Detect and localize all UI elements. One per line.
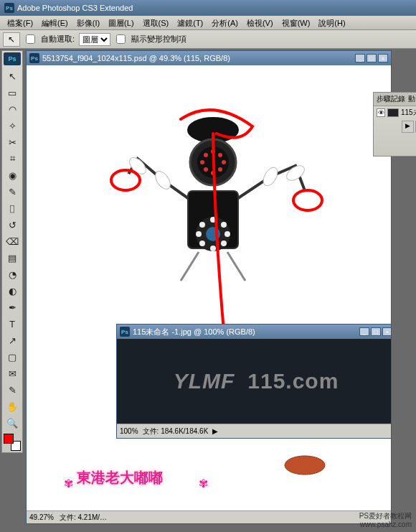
svg-point-9 bbox=[204, 167, 208, 172]
svg-point-15 bbox=[221, 222, 227, 228]
panel-play-button[interactable]: ▶ bbox=[402, 121, 414, 133]
svg-point-24 bbox=[260, 165, 280, 188]
panel-tab-history[interactable]: 步驟記錄 bbox=[377, 94, 405, 104]
stamp-tool[interactable]: ⌷ bbox=[4, 200, 21, 216]
logo-left: YLMF bbox=[174, 369, 235, 393]
subdoc-icon: Ps bbox=[120, 327, 130, 337]
doc-icon: Ps bbox=[29, 53, 39, 63]
svg-point-8 bbox=[211, 171, 215, 175]
svg-point-29 bbox=[293, 190, 322, 210]
sub-minimize-button[interactable]: _ bbox=[359, 327, 369, 336]
wand-tool[interactable]: ✧ bbox=[4, 118, 21, 134]
logo-right: 115.com bbox=[247, 369, 339, 393]
history-label: 115未 bbox=[401, 108, 416, 118]
history-brush-tool[interactable]: ↺ bbox=[4, 217, 21, 233]
notes-tool[interactable]: ✉ bbox=[4, 365, 21, 381]
mouse-artwork bbox=[283, 454, 326, 476]
svg-point-6 bbox=[222, 160, 226, 164]
toolbox: Ps ↖ ▭ ◠ ✧ ✂ ⌗ ◉ ✎ ⌷ ↺ ⌫ ▤ ◔ ◐ ✒ T ↗ ▢ ✉… bbox=[1, 50, 23, 453]
svg-point-27 bbox=[301, 191, 315, 205]
visibility-icon[interactable]: 👁 bbox=[377, 108, 385, 117]
show-transform-label: 顯示變形控制項 bbox=[131, 34, 186, 45]
svg-point-21 bbox=[199, 222, 205, 228]
footer-line2: www.psahz.com bbox=[359, 521, 412, 529]
color-swatches[interactable] bbox=[4, 434, 21, 451]
svg-point-13 bbox=[206, 227, 220, 241]
dodge-tool[interactable]: ◐ bbox=[4, 283, 21, 299]
watermark-deco-left: ✾ bbox=[64, 477, 73, 490]
gradient-tool[interactable]: ▤ bbox=[4, 250, 21, 266]
menu-select[interactable]: 選取(S) bbox=[138, 16, 174, 29]
app-badge: Ps bbox=[4, 3, 14, 13]
watermark-deco-right: ✾ bbox=[199, 477, 208, 490]
menu-help[interactable]: 說明(H) bbox=[314, 16, 349, 29]
menu-filter[interactable]: 濾鏡(T) bbox=[173, 16, 207, 29]
shape-tool[interactable]: ▢ bbox=[4, 349, 21, 365]
svg-point-20 bbox=[196, 231, 202, 237]
menu-window[interactable]: 視窗(W) bbox=[278, 16, 315, 29]
move-tool[interactable]: ↖ bbox=[4, 68, 21, 84]
footer-watermark: PS爱好者教程网 www.psahz.com bbox=[359, 512, 412, 529]
sub-status-arrow-icon[interactable]: ▶ bbox=[212, 427, 218, 435]
sub-document-titlebar[interactable]: Ps 115未命名 -1.jpg @ 100% (RGB/8) _ □ × bbox=[117, 325, 391, 339]
maximize-button[interactable]: □ bbox=[367, 54, 377, 62]
svg-point-22 bbox=[152, 169, 173, 192]
current-tool-indicator[interactable]: ↖ bbox=[3, 32, 20, 47]
svg-point-12 bbox=[196, 217, 230, 251]
sub-status-bar: 100% 文件: 184.6K/184.6K ▶ bbox=[117, 424, 391, 438]
brush-tool[interactable]: ✎ bbox=[4, 184, 21, 200]
svg-point-19 bbox=[199, 241, 205, 246]
svg-point-3 bbox=[204, 153, 208, 157]
pen-tool[interactable]: ✒ bbox=[4, 299, 21, 315]
zoom-level[interactable]: 49.27% bbox=[29, 513, 54, 521]
menu-view[interactable]: 檢視(V) bbox=[242, 16, 278, 29]
menu-analysis[interactable]: 分析(A) bbox=[207, 16, 242, 29]
menu-file[interactable]: 檔案(F) bbox=[3, 16, 37, 29]
svg-point-30 bbox=[285, 456, 325, 475]
menu-edit[interactable]: 編輯(E) bbox=[37, 16, 72, 29]
lasso-tool[interactable]: ◠ bbox=[4, 101, 21, 117]
marquee-tool[interactable]: ▭ bbox=[4, 85, 21, 101]
svg-point-17 bbox=[221, 241, 227, 246]
eyedropper-tool[interactable]: ✎ bbox=[4, 382, 21, 398]
menu-layer[interactable]: 圖層(L) bbox=[104, 16, 138, 29]
sub-canvas[interactable]: YLMF 115.com bbox=[117, 339, 391, 424]
type-tool[interactable]: T bbox=[4, 316, 21, 332]
svg-point-26 bbox=[118, 173, 133, 187]
svg-point-4 bbox=[211, 149, 215, 154]
eraser-tool[interactable]: ⌫ bbox=[4, 233, 21, 249]
blur-tool[interactable]: ◔ bbox=[4, 266, 21, 282]
sub-document-window: Ps 115未命名 -1.jpg @ 100% (RGB/8) _ □ × YL… bbox=[116, 324, 391, 439]
options-bar: ↖ 自動選取: 圖層 顯示變形控制項 bbox=[0, 30, 416, 49]
svg-point-10 bbox=[200, 160, 204, 164]
minimize-button[interactable]: _ bbox=[355, 54, 365, 62]
heal-tool[interactable]: ◉ bbox=[4, 167, 21, 183]
show-transform-checkbox[interactable] bbox=[116, 34, 126, 44]
panel-tab-actions[interactable]: 動 bbox=[408, 94, 415, 104]
hand-tool[interactable]: ✋ bbox=[4, 398, 21, 414]
svg-point-16 bbox=[224, 231, 230, 237]
crop-tool[interactable]: ✂ bbox=[4, 134, 21, 150]
sub-close-button[interactable]: × bbox=[382, 327, 391, 336]
canvas[interactable]: Ps 115未命名 -1.jpg @ 100% (RGB/8) _ □ × YL… bbox=[27, 65, 391, 510]
sub-zoom[interactable]: 100% bbox=[120, 427, 138, 435]
path-tool[interactable]: ↗ bbox=[4, 332, 21, 348]
history-panel: 步驟記錄 動 👁 115未 ▶ 開啟 bbox=[373, 92, 416, 157]
filesize: 文件: 4.21M/… bbox=[60, 513, 107, 523]
document-window: Ps 5513754_f904_1024x115.psd @ 49.3% (11… bbox=[26, 50, 392, 524]
foreground-color[interactable] bbox=[4, 434, 14, 444]
svg-point-28 bbox=[111, 170, 140, 190]
zoom-tool[interactable]: 🔍 bbox=[4, 415, 21, 431]
title-bar: Ps Adobe Photoshop CS3 Extended bbox=[0, 0, 416, 16]
svg-rect-11 bbox=[188, 191, 238, 248]
document-titlebar[interactable]: Ps 5513754_f904_1024x115.psd @ 49.3% (11… bbox=[27, 51, 391, 65]
svg-point-14 bbox=[210, 217, 216, 223]
sub-maximize-button[interactable]: □ bbox=[371, 327, 381, 336]
history-row[interactable]: 👁 115未 bbox=[374, 106, 416, 119]
auto-select-checkbox[interactable] bbox=[26, 34, 35, 44]
svg-point-2 bbox=[197, 146, 229, 178]
slice-tool[interactable]: ⌗ bbox=[4, 151, 21, 167]
layer-select[interactable]: 圖層 bbox=[79, 33, 110, 46]
menu-image[interactable]: 影像(I) bbox=[72, 16, 104, 29]
close-button[interactable]: × bbox=[378, 54, 388, 62]
